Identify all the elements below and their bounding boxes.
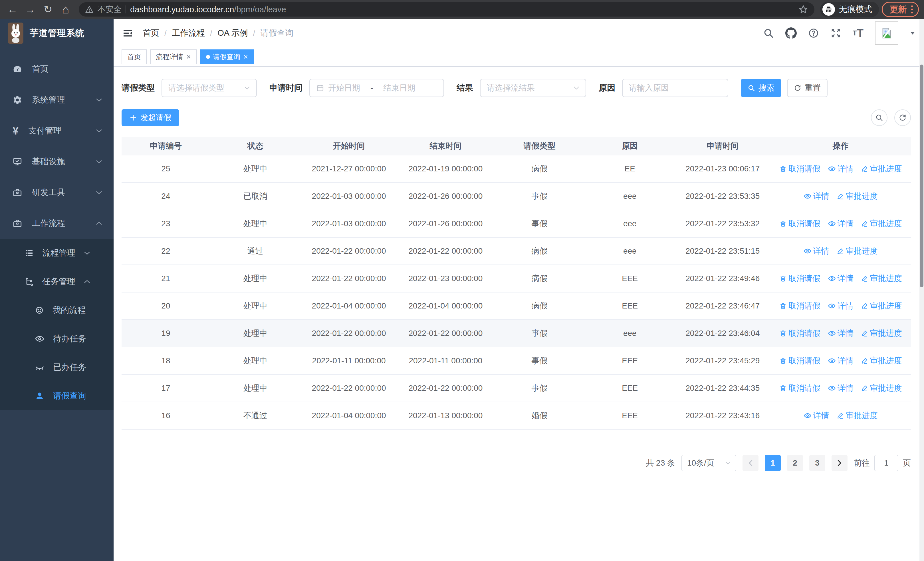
detail-link[interactable]: 详情 bbox=[804, 410, 829, 421]
refresh-table-button[interactable] bbox=[894, 110, 911, 126]
cancel-leave-link[interactable]: 取消请假 bbox=[779, 218, 820, 229]
breadcrumb-home[interactable]: 首页 bbox=[142, 27, 159, 39]
browser-forward-button[interactable]: → bbox=[23, 2, 38, 17]
tab-process-detail[interactable]: 流程详情 bbox=[150, 50, 197, 64]
search-icon[interactable] bbox=[763, 28, 774, 39]
detail-link[interactable]: 详情 bbox=[828, 328, 854, 339]
reason-input[interactable] bbox=[629, 83, 722, 93]
toggle-search-button[interactable] bbox=[871, 110, 888, 126]
cell-start-time: 2022-01-22 00:00:00 bbox=[301, 247, 397, 256]
cell-apply-id: 19 bbox=[122, 329, 210, 338]
browser-menu-icon[interactable] bbox=[911, 5, 913, 14]
approval-progress-link[interactable]: 审批进度 bbox=[861, 273, 902, 284]
browser-update-button[interactable]: 更新 bbox=[882, 2, 919, 17]
tab-leave-query[interactable]: 请假查询 bbox=[200, 50, 254, 64]
search-button[interactable]: 搜索 bbox=[741, 79, 782, 97]
sidebar-item-workflow[interactable]: 工作流程 bbox=[0, 208, 114, 239]
cell-actions: 详情 审批进度 bbox=[771, 246, 911, 257]
breadcrumb-workflow[interactable]: 工作流程 bbox=[172, 27, 205, 39]
sidebar-item-infrastructure[interactable]: 基础设施 bbox=[0, 146, 114, 177]
sidebar-item-done-tasks[interactable]: 已办任务 bbox=[0, 353, 114, 382]
page-button-2[interactable]: 2 bbox=[787, 455, 803, 471]
page-button-3[interactable]: 3 bbox=[809, 455, 825, 471]
pen-icon bbox=[861, 275, 868, 282]
reason-label: 原因 bbox=[599, 82, 615, 94]
reset-button[interactable]: 重置 bbox=[787, 79, 828, 97]
sidebar-item-task-management[interactable]: 任务管理 bbox=[0, 267, 114, 296]
github-icon[interactable] bbox=[785, 27, 797, 39]
sidebar-item-leave-query[interactable]: 请假查询 bbox=[0, 382, 114, 410]
detail-link[interactable]: 详情 bbox=[828, 273, 854, 284]
sidebar-item-system[interactable]: 系统管理 bbox=[0, 84, 114, 116]
goto-page-input[interactable] bbox=[874, 455, 898, 471]
fullscreen-icon[interactable] bbox=[830, 28, 841, 39]
cancel-leave-link[interactable]: 取消请假 bbox=[779, 355, 820, 366]
cell-end-time: 2022-01-26 00:00:00 bbox=[397, 219, 494, 228]
cancel-leave-link[interactable]: 取消请假 bbox=[779, 383, 820, 394]
approval-progress-link[interactable]: 审批进度 bbox=[861, 383, 902, 394]
breadcrumb-oa-example[interactable]: OA 示例 bbox=[218, 27, 248, 39]
leave-type-select[interactable]: 请选择请假类型 bbox=[162, 79, 257, 97]
browser-reload-button[interactable]: ↻ bbox=[40, 2, 56, 17]
detail-link[interactable]: 详情 bbox=[804, 246, 829, 257]
detail-link[interactable]: 详情 bbox=[828, 355, 854, 366]
cancel-leave-link[interactable]: 取消请假 bbox=[779, 163, 820, 174]
sidebar-item-dev-tools[interactable]: 研发工具 bbox=[0, 177, 114, 208]
pen-icon bbox=[861, 165, 868, 173]
cell-leave-type: 事假 bbox=[494, 218, 585, 229]
cancel-leave-link[interactable]: 取消请假 bbox=[779, 273, 820, 284]
leave-type-label: 请假类型 bbox=[122, 82, 154, 94]
approval-progress-link[interactable]: 审批进度 bbox=[861, 301, 902, 311]
cancel-leave-link[interactable]: 取消请假 bbox=[779, 328, 820, 339]
next-page-button[interactable] bbox=[831, 455, 848, 471]
sidebar-item-home[interactable]: 首页 bbox=[0, 54, 114, 84]
browser-back-button[interactable]: ← bbox=[5, 2, 20, 17]
url-bar[interactable]: 不安全 dashboard.yudao.iocoder.cn/bpm/oa/le… bbox=[79, 2, 814, 17]
approval-progress-link[interactable]: 审批进度 bbox=[837, 410, 878, 421]
page-button-1[interactable]: 1 bbox=[765, 455, 781, 471]
window-scrollbar[interactable] bbox=[920, 19, 924, 561]
sidebar-item-my-process[interactable]: 我的流程 bbox=[0, 296, 114, 325]
result-select[interactable]: 请选择流结果 bbox=[480, 79, 586, 97]
detail-link[interactable]: 详情 bbox=[804, 191, 829, 202]
sidebar-collapse-icon[interactable] bbox=[122, 27, 134, 39]
detail-link[interactable]: 详情 bbox=[828, 163, 854, 174]
tab-home[interactable]: 首页 bbox=[122, 50, 147, 64]
logo-image bbox=[8, 23, 23, 44]
approval-progress-link[interactable]: 审批进度 bbox=[861, 355, 902, 366]
prev-page-button[interactable] bbox=[742, 455, 759, 471]
detail-link[interactable]: 详情 bbox=[828, 383, 854, 394]
avatar[interactable] bbox=[875, 21, 898, 45]
cancel-leave-link[interactable]: 取消请假 bbox=[779, 301, 820, 311]
help-icon[interactable] bbox=[808, 28, 819, 39]
approval-progress-link[interactable]: 审批进度 bbox=[837, 191, 878, 202]
cell-actions: 取消请假 详情 审批进度 bbox=[771, 218, 911, 229]
main-area: 首页 / 工作流程 / OA 示例 / 请假查询 bbox=[114, 19, 924, 561]
sidebar-item-process-management[interactable]: 流程管理 bbox=[0, 239, 114, 267]
app-logo[interactable]: 芋道管理系统 bbox=[0, 19, 114, 47]
cell-apply-id: 24 bbox=[122, 192, 210, 201]
page-size-select[interactable]: 10条/页 bbox=[681, 455, 736, 471]
close-icon[interactable] bbox=[186, 54, 191, 59]
approval-progress-link[interactable]: 审批进度 bbox=[861, 328, 902, 339]
cell-apply-time: 2022-01-22 23:53:35 bbox=[675, 192, 771, 201]
browser-home-button[interactable]: ⌂ bbox=[58, 2, 73, 17]
avatar-caret-icon[interactable] bbox=[910, 31, 915, 35]
column-header: 开始时间 bbox=[301, 141, 397, 151]
create-leave-button[interactable]: 发起请假 bbox=[122, 109, 179, 126]
cell-leave-type: 病假 bbox=[494, 273, 585, 284]
detail-link[interactable]: 详情 bbox=[828, 218, 854, 229]
scrollbar-thumb[interactable] bbox=[920, 65, 923, 287]
cell-actions: 取消请假 详情 审批进度 bbox=[771, 163, 911, 174]
font-size-icon[interactable]: TT bbox=[853, 27, 864, 39]
apply-time-range-picker[interactable]: 开始日期 - 结束日期 bbox=[309, 79, 444, 97]
bookmark-star-icon[interactable] bbox=[798, 5, 808, 14]
cell-end-time: 2022-01-04 00:00:00 bbox=[397, 301, 494, 310]
sidebar-item-todo-tasks[interactable]: 待办任务 bbox=[0, 325, 114, 353]
approval-progress-link[interactable]: 审批进度 bbox=[861, 163, 902, 174]
approval-progress-link[interactable]: 审批进度 bbox=[861, 218, 902, 229]
detail-link[interactable]: 详情 bbox=[828, 301, 854, 311]
close-icon[interactable] bbox=[243, 54, 248, 59]
approval-progress-link[interactable]: 审批进度 bbox=[837, 246, 878, 257]
sidebar-item-payment[interactable]: ¥ 支付管理 bbox=[0, 116, 114, 146]
